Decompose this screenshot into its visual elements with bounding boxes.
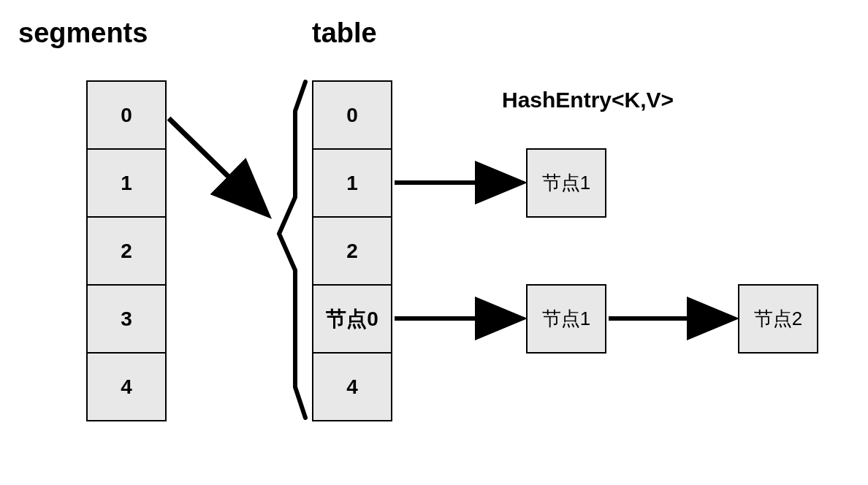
segment-cell-0: 0 — [86, 80, 167, 150]
segments-title: segments — [18, 18, 148, 49]
svg-line-1 — [169, 118, 264, 212]
node-row3-node2: 节点2 — [738, 284, 818, 354]
segment-cell-4: 4 — [86, 352, 167, 421]
table-cell-0: 0 — [312, 80, 392, 150]
hashentry-label: HashEntry<K,V> — [502, 88, 674, 112]
segments-column: 0 1 2 3 4 — [86, 80, 167, 421]
segment-cell-1: 1 — [86, 148, 167, 218]
segment-cell-2: 2 — [86, 216, 167, 286]
node-row3-node1: 节点1 — [526, 284, 606, 354]
segment-cell-3: 3 — [86, 284, 167, 354]
table-cell-1: 1 — [312, 148, 392, 218]
table-column: 0 1 2 节点0 4 — [312, 80, 392, 421]
node-row1-node1: 节点1 — [526, 148, 606, 218]
table-cell-4: 4 — [312, 352, 392, 421]
table-cell-2: 2 — [312, 216, 392, 286]
table-title: table — [312, 18, 377, 49]
table-cell-3: 节点0 — [312, 284, 392, 354]
